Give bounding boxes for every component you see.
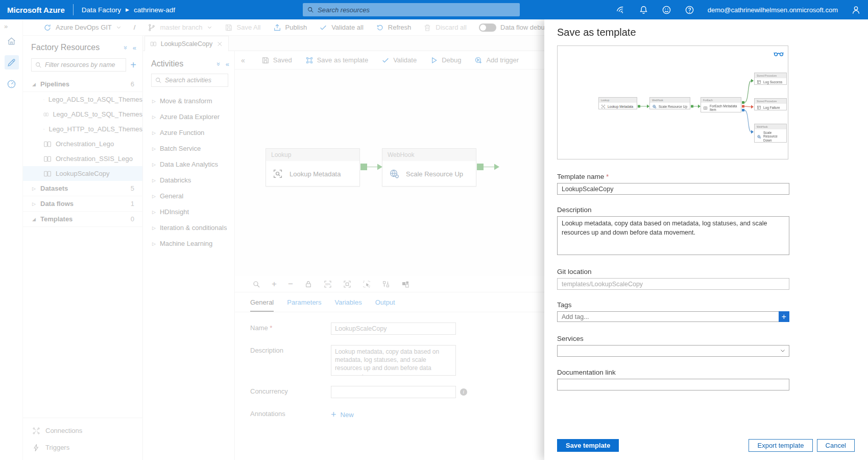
section-pipelines[interactable]: ◢ Pipelines 6 <box>23 77 142 92</box>
annotations-new-button[interactable]: + New <box>331 408 354 420</box>
search-activities-input[interactable] <box>165 77 225 84</box>
collapse-all-icon[interactable]: « <box>214 62 222 65</box>
section-templates[interactable]: ◢ Templates 0 <box>23 212 142 227</box>
repo-selector[interactable]: Azure DevOps GIT <box>43 24 122 32</box>
tab-variables[interactable]: Variables <box>334 298 361 312</box>
tab-parameters[interactable]: Parameters <box>287 298 321 312</box>
save-template-button[interactable]: Save template <box>557 439 619 452</box>
lightning-icon <box>32 444 40 452</box>
lock-icon[interactable] <box>304 280 312 288</box>
category-move-transform[interactable]: ▷Move & transform <box>143 93 234 109</box>
zoom-out-icon[interactable]: − <box>288 279 293 289</box>
zoom-in-icon[interactable]: + <box>272 279 277 289</box>
nav-author-button[interactable] <box>0 52 23 73</box>
validate-all-button[interactable]: Validate all <box>319 24 364 32</box>
search-resources-input[interactable] <box>318 6 516 14</box>
nav-monitor-button[interactable] <box>0 73 23 95</box>
concurrency-input[interactable] <box>331 386 456 398</box>
category-azure-function[interactable]: ▷Azure Function <box>143 125 234 141</box>
pipeline-description-textarea[interactable]: Lookup metadata, copy data based on meta… <box>331 345 456 376</box>
feedback-signal-icon[interactable] <box>614 3 627 16</box>
chevron-down-icon <box>207 25 212 30</box>
pipeline-item-selected[interactable]: LookupScaleCopy <box>23 166 142 181</box>
pipeline-item[interactable]: Orchestration_Lego <box>23 136 142 151</box>
pipeline-item[interactable]: Lego_HTTP_to_ADLS_Themes <box>23 122 142 136</box>
publish-button[interactable]: Publish <box>273 24 307 32</box>
account-person-icon[interactable] <box>851 5 861 15</box>
debug-button[interactable]: Debug <box>430 56 461 64</box>
add-tag-input[interactable] <box>557 311 779 322</box>
expanded-triangle-icon[interactable]: ◢ <box>32 217 40 222</box>
category-data-lake-analytics[interactable]: ▷Data Lake Analytics <box>143 156 234 172</box>
expand-nav-icon[interactable]: » <box>0 19 22 30</box>
template-description-textarea[interactable]: Lookup metadata, copy data based on meta… <box>557 216 789 255</box>
global-search[interactable] <box>303 3 520 16</box>
add-tag-button[interactable]: + <box>779 311 789 322</box>
tab-lookupscalecopy[interactable]: LookupScaleCopy <box>144 36 229 51</box>
section-datasets[interactable]: ▷ Datasets 5 <box>23 181 142 196</box>
zoom-to-fit-icon[interactable] <box>343 280 351 288</box>
template-name-input[interactable] <box>557 183 789 195</box>
pipeline-config-panel: General Parameters Variables Output Name… <box>235 292 544 460</box>
pipeline-icon <box>150 40 157 48</box>
section-data-flows[interactable]: ▷ Data flows 1 <box>23 196 142 212</box>
collapse-panel-icon[interactable]: « <box>133 44 136 52</box>
zoom-search-icon[interactable] <box>252 280 260 288</box>
breadcrumb-resource[interactable]: cathrinew-adf <box>134 6 175 14</box>
filter-resources-input[interactable] <box>45 61 123 68</box>
collapse-activities-icon[interactable]: « <box>241 56 245 64</box>
breadcrumb-product[interactable]: Data Factory <box>82 6 121 14</box>
help-icon[interactable] <box>685 5 694 15</box>
category-general[interactable]: ▷General <box>143 188 234 204</box>
pipeline-name-input[interactable] <box>331 323 456 335</box>
branch-selector[interactable]: master branch <box>148 24 212 32</box>
tab-output[interactable]: Output <box>375 298 395 312</box>
tab-general[interactable]: General <box>250 298 274 312</box>
save-icon <box>225 24 233 32</box>
pipeline-canvas[interactable]: Lookup Lookup Metadata WebHook Scale Res… <box>235 70 544 276</box>
data-flow-debug-toggle[interactable] <box>479 24 496 32</box>
category-azure-data-explorer[interactable]: ▷Azure Data Explorer <box>143 109 234 125</box>
save-all-button[interactable]: Save All <box>225 24 261 32</box>
pipeline-item[interactable]: Orchestration_SSIS_Lego <box>23 151 142 166</box>
collapsed-triangle-icon[interactable]: ▷ <box>32 201 40 206</box>
export-template-button[interactable]: Export template <box>749 439 812 452</box>
close-icon[interactable] <box>216 40 223 48</box>
add-trigger-icon <box>474 56 483 64</box>
nav-home-button[interactable] <box>0 30 23 52</box>
validate-button[interactable]: Validate <box>381 56 417 64</box>
category-iteration-conditionals[interactable]: ▷Iteration & conditionals <box>143 220 234 236</box>
feedback-smiley-icon[interactable] <box>662 5 671 15</box>
notifications-bell-icon[interactable] <box>639 5 648 15</box>
cancel-button[interactable]: Cancel <box>817 439 855 452</box>
collapse-all-icon[interactable]: « <box>121 45 129 49</box>
search-activities-box[interactable] <box>151 74 228 87</box>
info-icon[interactable]: i <box>460 388 467 396</box>
show-minimap-icon[interactable] <box>401 280 409 288</box>
git-sync-icon <box>43 24 52 32</box>
category-databricks[interactable]: ▷Databricks <box>143 172 234 188</box>
pipeline-item[interactable]: Lego_ADLS_to_SQL_Themes <box>23 107 142 122</box>
multi-select-icon[interactable] <box>363 280 371 288</box>
expanded-triangle-icon[interactable]: ◢ <box>32 82 40 87</box>
collapse-panel-icon[interactable]: « <box>226 60 229 68</box>
refresh-button[interactable]: Refresh <box>376 24 412 32</box>
category-machine-learning[interactable]: ▷Machine Learning <box>143 236 234 251</box>
account-email[interactable]: demo@cathrinewilhelmsen.onmicrosoft.com <box>708 6 838 14</box>
collapsed-triangle-icon[interactable]: ▷ <box>32 186 40 191</box>
save-as-template-button[interactable]: Save as template <box>305 56 368 64</box>
auto-align-icon[interactable] <box>382 280 390 288</box>
category-batch-service[interactable]: ▷Batch Service <box>143 141 234 156</box>
zoom-100-icon[interactable] <box>324 280 332 288</box>
required-asterisk: * <box>270 324 272 332</box>
add-resource-button[interactable]: + <box>130 59 136 71</box>
documentation-link-input[interactable] <box>557 379 789 390</box>
triggers-button[interactable]: Triggers <box>23 439 142 456</box>
filter-resources-box[interactable] <box>31 58 126 72</box>
add-trigger-button[interactable]: Add trigger <box>474 56 519 64</box>
discard-all-button[interactable]: Discard all <box>423 24 467 32</box>
pipeline-item[interactable]: Lego_ADLS_to_ASQL_Themes <box>23 92 142 107</box>
category-hdinsight[interactable]: ▷HDInsight <box>143 204 234 220</box>
connections-button[interactable]: Connections <box>23 422 142 439</box>
services-select[interactable] <box>557 345 789 357</box>
